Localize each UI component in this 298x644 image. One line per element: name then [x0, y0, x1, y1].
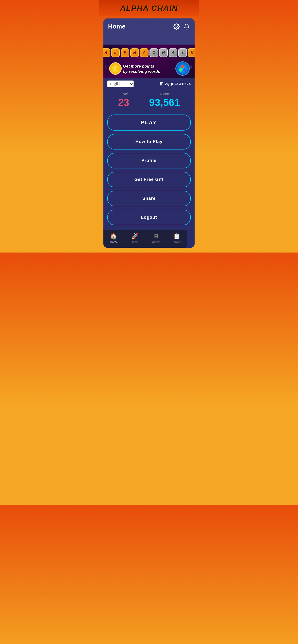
balance-value: 93,561 [149, 97, 180, 108]
header-icons [174, 24, 190, 30]
app-title-bar: ALPHA CHAIN [99, 0, 199, 16]
banner-logo [175, 61, 190, 76]
banner-star-icon: ⭐ [109, 62, 122, 75]
get-free-gift-button[interactable]: Get Free Gift [107, 172, 191, 187]
nav-item-play[interactable]: 🚀 Play [126, 233, 143, 244]
banner-letter-h: H [130, 48, 139, 57]
level-label: Level [118, 92, 129, 96]
svg-point-4 [183, 68, 186, 72]
ranking-icon: 📋 [173, 233, 181, 240]
nav-label-play: Play [132, 240, 137, 244]
language-select[interactable]: English Spanish French German Portuguese [107, 80, 134, 87]
banner-letter-a2: A [140, 48, 148, 57]
page-title: Home [108, 23, 125, 30]
nav-label-home: Home [110, 240, 117, 244]
app-title: ALPHA CHAIN [99, 4, 199, 13]
nav-item-ranking[interactable]: 📋 Ranking [169, 233, 185, 244]
banner-letter-a3: A [169, 48, 177, 57]
notification-button[interactable] [184, 24, 190, 30]
banner-letters: A L P H A C H A I N [103, 48, 195, 57]
balance-stat: Balance 93,561 [149, 92, 180, 108]
banner-letter-i: I [178, 48, 187, 57]
how-to-play-button[interactable]: How to Play [107, 134, 191, 150]
user-code-text: 2QQOGGEB6VX [165, 82, 191, 86]
qr-icon: ⊞ [160, 81, 163, 86]
lang-bar: English Spanish French German Portuguese… [103, 78, 195, 90]
nav-item-home[interactable]: 🏠 Home [105, 233, 122, 244]
stats-row: Level 23 Balance 93,561 [103, 90, 195, 112]
game-banner: R J N L M T S M N A L P H A C H A I N ⭐ … [103, 44, 195, 78]
banner-letter-p: P [121, 48, 129, 57]
nav-label-ranking: Ranking [172, 240, 182, 244]
menu-buttons: PLAY How to Play Profile Get Free Gift S… [103, 112, 195, 230]
home-icon: 🏠 [110, 233, 117, 240]
balance-label: Balance [149, 92, 180, 96]
logout-button[interactable]: Logout [107, 210, 191, 225]
share-button[interactable]: Share [107, 191, 191, 206]
banner-tagline: Get more points by resolving words [123, 64, 160, 74]
level-value: 23 [118, 97, 129, 108]
profile-button[interactable]: Profile [107, 153, 191, 168]
level-stat: Level 23 [118, 92, 129, 108]
banner-letter-n: N [188, 48, 195, 57]
market-icon: 🖥 [153, 233, 159, 240]
settings-button[interactable] [174, 24, 180, 30]
main-card: Home R J N L M T S [103, 18, 195, 248]
play-button[interactable]: PLAY [107, 114, 191, 130]
banner-letter-l: L [111, 48, 120, 57]
card-header: Home [103, 18, 195, 44]
banner-letter-c: C [150, 48, 158, 57]
play-icon: 🚀 [131, 233, 138, 240]
svg-point-0 [176, 26, 178, 27]
banner-letter-h2: H [159, 48, 168, 57]
nav-item-market[interactable]: 🖥 Market [147, 233, 164, 244]
user-code-display: ⊞ 2QQOGGEB6VX [160, 81, 191, 86]
banner-letter-a: A [103, 48, 110, 57]
bottom-nav: 🏠 Home 🚀 Play 🖥 Market 📋 Ranking [103, 230, 187, 248]
svg-point-2 [181, 65, 184, 68]
nav-label-market: Market [152, 240, 160, 244]
svg-point-3 [179, 68, 182, 72]
